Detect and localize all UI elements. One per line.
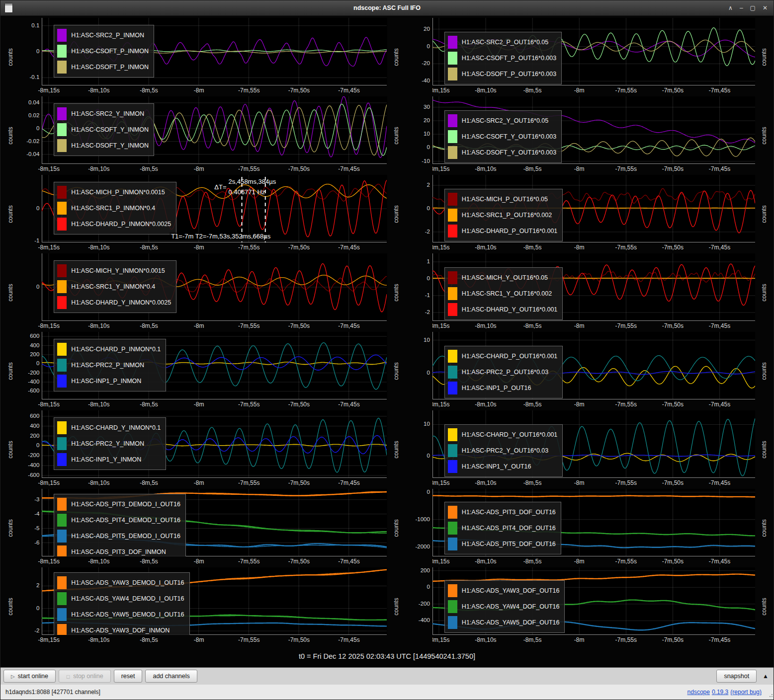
legend[interactable]: H1:ASC-MICH_Y_OUT16*0.05H1:ASC-SRC1_Y_OU… — [444, 267, 563, 320]
legend-swatch — [57, 280, 67, 293]
plot-src2-y-out16: counts3020100-10H1:ASC-SRC2_Y_OUT16*0.05… — [387, 96, 773, 175]
legend[interactable]: H1:ASC-ADS_PIT3_DOF_OUT16H1:ASC-ADS_PIT4… — [444, 502, 561, 554]
y-tick: 2 — [427, 182, 430, 188]
legend[interactable]: H1:ASC-MICH_P_INMON*0.0015H1:ASC-SRC1_P_… — [54, 182, 176, 234]
y-tick: -10 — [422, 158, 430, 164]
y-tick: 2 — [36, 582, 39, 588]
plot-canvas[interactable]: H1:ASC-CHARD_Y_OUT16*0.001H1:ASC-PRC2_Y_… — [432, 410, 755, 478]
legend-swatch — [448, 271, 457, 284]
x-tick: -8m,10s — [77, 322, 121, 329]
report-bug-link[interactable]: (report bug) — [730, 689, 762, 696]
plot-canvas[interactable]: H1:ASC-ADS_PIT3_DOF_OUT16H1:ASC-ADS_PIT4… — [432, 489, 755, 556]
legend-swatch — [57, 514, 67, 527]
plot-canvas[interactable]: H1:ASC-SRC2_P_INMONH1:ASC-CSOFT_P_INMONH… — [42, 18, 387, 85]
close-button[interactable]: ✕ — [763, 4, 768, 12]
legend-swatch — [57, 139, 67, 152]
legend[interactable]: H1:ASC-ADS_YAW3_DEMOD_I_OUT16H1:ASC-ADS_… — [54, 572, 189, 635]
y-tick: -6 — [34, 540, 39, 545]
x-tick: -7m,55s — [603, 87, 648, 94]
plot-canvas[interactable]: H1:ASC-ADS_YAW3_DOF_OUT16H1:ASC-ADS_YAW4… — [432, 567, 755, 635]
x-tick: -7m,45s — [327, 165, 371, 172]
y-tick: 0 — [427, 275, 430, 281]
plot-canvas[interactable]: H1:ASC-SRC2_Y_OUT16*0.05H1:ASC-CSOFT_Y_O… — [432, 96, 755, 164]
legend-label: H1:ASC-PRC2_Y_INMON — [71, 440, 144, 447]
plot-canvas[interactable]: H1:ASC-SRC2_Y_INMONH1:ASC-CSOFT_Y_INMONH… — [42, 96, 387, 164]
y-tick: 0 — [427, 453, 430, 459]
stop-online-button[interactable]: ◻ stop online — [59, 670, 111, 683]
x-tick: -8m,15s — [432, 636, 461, 643]
legend-swatch — [57, 343, 67, 356]
y-axis-label: counts — [387, 18, 405, 96]
x-tick-labels: -8m,15s-8m,10s-8m,5s-8m-7m,55s-7m,50s-7m… — [42, 556, 387, 567]
plot-canvas[interactable]: H1:ASC-CHARD_P_OUT16*0.001H1:ASC-PRC2_P_… — [432, 332, 755, 399]
plot-canvas[interactable]: H1:ASC-MICH_Y_OUT16*0.05H1:ASC-SRC1_Y_OU… — [432, 253, 755, 321]
maximize-button[interactable]: ▢ — [750, 4, 756, 12]
plot-canvas[interactable]: H1:ASC-CHARD_Y_INMON*0.1H1:ASC-PRC2_Y_IN… — [42, 410, 387, 478]
legend-entry: H1:ASC-ADS_PIT3_DEMOD_I_OUT16 — [57, 496, 180, 512]
legend-swatch — [448, 193, 457, 206]
legend-swatch — [57, 123, 67, 136]
y-axis-label: counts — [387, 175, 405, 253]
legend-label: H1:ASC-SRC1_P_OUT16*0.002 — [462, 212, 552, 219]
plot-canvas[interactable]: H1:ASC-SRC2_P_OUT16*0.05H1:ASC-CSOFT_P_O… — [432, 18, 755, 85]
legend-entry: H1:ASC-PRC2_Y_OUT16*0.03 — [448, 443, 557, 459]
legend[interactable]: H1:ASC-ADS_YAW3_DOF_OUT16H1:ASC-ADS_YAW4… — [444, 580, 565, 633]
ndscope-link[interactable]: ndscope — [688, 689, 710, 696]
x-tick: -8m,15s — [432, 558, 461, 565]
y-axis-label: counts — [1, 489, 19, 567]
legend[interactable]: H1:ASC-CHARD_P_INMON*0.1H1:ASC-PRC2_P_IN… — [54, 339, 166, 391]
x-tick: -7m,55s — [227, 165, 271, 172]
legend-label: H1:ASC-DHARD_Y_INMON*0.0025 — [71, 299, 171, 306]
legend-label: H1:ASC-DSOFT_Y_OUT16*0.003 — [462, 149, 556, 156]
x-tick-labels: -8m,15s-8m,10s-8m,5s-8m-7m,55s-7m,50s-7m… — [432, 85, 755, 96]
plot-canvas[interactable]: H1:ASC-MICH_Y_INMON*0.0015H1:ASC-SRC1_Y_… — [42, 253, 387, 321]
title-bar[interactable]: ndscope: ASC Full IFO ∧ – ▢ ✕ — [0, 0, 774, 16]
y-tick-labels: 6004002000-200-400-600 — [19, 410, 42, 489]
x-tick: -8m,15s — [26, 87, 71, 94]
legend[interactable]: H1:ASC-ADS_PIT3_DEMOD_I_OUT16H1:ASC-ADS_… — [54, 494, 186, 556]
y-axis-label: counts — [387, 96, 405, 175]
resize-grip[interactable] — [769, 694, 773, 698]
snapshot-button[interactable]: snapshot — [716, 670, 757, 683]
legend[interactable]: H1:ASC-CHARD_Y_OUT16*0.001H1:ASC-PRC2_Y_… — [444, 424, 563, 477]
y-axis-label-right: counts — [755, 410, 773, 489]
legend[interactable]: H1:ASC-CHARD_P_OUT16*0.001H1:ASC-PRC2_P_… — [444, 346, 563, 398]
legend[interactable]: H1:ASC-SRC2_P_OUT16*0.05H1:ASC-CSOFT_P_O… — [444, 32, 562, 84]
reset-button[interactable]: reset — [114, 670, 143, 683]
legend[interactable]: H1:ASC-MICH_P_OUT16*0.05H1:ASC-SRC1_P_OU… — [444, 189, 563, 241]
legend[interactable]: H1:ASC-SRC2_Y_INMONH1:ASC-CSOFT_Y_INMONH… — [54, 103, 154, 156]
legend[interactable]: H1:ASC-CHARD_Y_INMON*0.1H1:ASC-PRC2_Y_IN… — [54, 417, 166, 470]
minimize-button[interactable]: – — [740, 4, 743, 12]
window-title: ndscope: ASC Full IFO — [0, 4, 774, 11]
legend-swatch — [448, 287, 457, 300]
legend-label: H1:ASC-ADS_YAW3_DOF_INMON — [71, 627, 170, 634]
x-tick: -7m,50s — [276, 165, 321, 172]
x-tick-labels: -8m,15s-8m,10s-8m,5s-8m-7m,55s-7m,50s-7m… — [42, 635, 387, 646]
x-tick: -8m — [557, 479, 602, 486]
legend-label: H1:ASC-ADS_PIT4_DEMOD_I_OUT16 — [71, 517, 180, 524]
plot-canvas[interactable]: H1:ASC-ADS_YAW3_DEMOD_I_OUT16H1:ASC-ADS_… — [42, 567, 387, 635]
legend[interactable]: H1:ASC-MICH_Y_INMON*0.0015H1:ASC-SRC1_Y_… — [54, 260, 176, 313]
legend-entry: H1:ASC-ADS_PIT5_DOF_OUT16 — [448, 536, 556, 552]
play-icon: ▷ — [11, 674, 15, 679]
plot-grid: counts0.10-0.1H1:ASC-SRC2_P_INMONH1:ASC-… — [1, 18, 773, 646]
plot-canvas[interactable]: H1:ASC-MICH_P_OUT16*0.05H1:ASC-SRC1_P_OU… — [432, 175, 755, 242]
shade-button[interactable]: ∧ — [728, 4, 733, 12]
version-link[interactable]: 0.19.3 — [712, 689, 728, 696]
x-tick: -7m,45s — [697, 558, 742, 565]
x-tick: -7m,45s — [327, 558, 371, 565]
legend-swatch — [448, 460, 457, 473]
legend-swatch — [57, 498, 67, 511]
plot-canvas[interactable]: H1:ASC-CHARD_P_INMON*0.1H1:ASC-PRC2_P_IN… — [42, 332, 387, 399]
add-channels-button[interactable]: add channels — [145, 670, 197, 683]
plot-canvas[interactable]: ΔT=2s,458ms,384µs0.406771 HzT1=-7m T2=-7… — [42, 175, 387, 242]
legend[interactable]: H1:ASC-SRC2_Y_OUT16*0.05H1:ASC-CSOFT_Y_O… — [444, 110, 562, 163]
legend[interactable]: H1:ASC-SRC2_P_INMONH1:ASC-CSOFT_P_INMONH… — [54, 25, 154, 78]
x-tick: -7m,45s — [697, 322, 742, 329]
plot-canvas[interactable]: H1:ASC-ADS_PIT3_DEMOD_I_OUT16H1:ASC-ADS_… — [42, 489, 387, 556]
y-axis-label: counts — [1, 410, 19, 489]
legend-swatch — [57, 186, 67, 199]
legend-entry: H1:ASC-CHARD_Y_OUT16*0.001 — [448, 427, 557, 443]
start-online-button[interactable]: ▷ start online — [3, 670, 56, 683]
collapse-arrow-icon[interactable]: ▲ — [761, 673, 771, 680]
